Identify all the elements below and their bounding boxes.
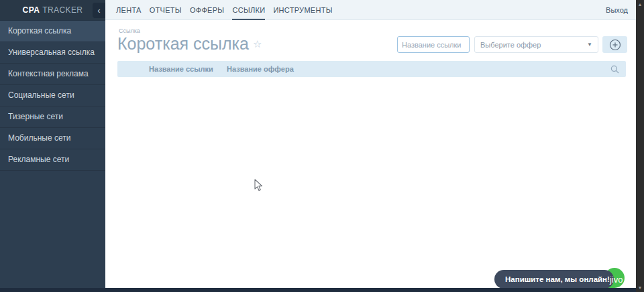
sidebar-header: CPATRACKER ‹ <box>0 0 105 21</box>
tab-offery[interactable]: ОФФЕРЫ <box>190 0 225 20</box>
chat-message: Напишите нам, мы онлайн! <box>505 275 610 283</box>
add-link-button[interactable] <box>602 36 627 53</box>
sidebar-item-teaser-networks[interactable]: Тизерные сети <box>0 106 105 128</box>
vertical-scrollbar[interactable]: ▲ ▼ <box>636 0 644 292</box>
chevron-left-icon: ‹ <box>97 5 100 15</box>
sidebar-item-ad-networks[interactable]: Рекламные сети <box>0 149 105 171</box>
plus-circle-icon <box>609 39 621 51</box>
offer-select-dropdown[interactable]: Выберите оффер ▼ <box>474 36 598 53</box>
sidebar-item-context-ads[interactable]: Контекстная реклама <box>0 64 105 85</box>
logo-text-cpa: CPA <box>23 5 40 15</box>
table-search-icon[interactable] <box>610 64 619 76</box>
page-title: Короткая ссылка☆ <box>117 34 262 54</box>
links-table-header: Название ссылки Название оффера <box>117 61 626 77</box>
page-title-text: Короткая ссылка <box>117 34 249 53</box>
sidebar-item-short-link[interactable]: Короткая ссылка <box>0 21 105 42</box>
sidebar-item-universal-link[interactable]: Универсальная ссылка <box>0 42 105 64</box>
scroll-down-arrow-icon[interactable]: ▼ <box>636 285 644 290</box>
tab-otchety[interactable]: ОТЧЕТЫ <box>150 0 182 20</box>
logout-link[interactable]: Выход <box>606 6 628 14</box>
breadcrumb: Ссылка <box>119 27 140 34</box>
column-header-link-name[interactable]: Название ссылки <box>149 61 213 77</box>
tab-lenta[interactable]: ЛЕНТА <box>116 0 142 20</box>
scroll-up-arrow-icon[interactable]: ▲ <box>636 2 644 7</box>
logo-text-tracker: TRACKER <box>42 5 83 15</box>
offer-select-value: Выберите оффер <box>480 41 541 49</box>
favorite-star-icon[interactable]: ☆ <box>253 38 262 50</box>
link-name-input[interactable] <box>397 36 470 53</box>
horizontal-scrollbar-track[interactable] <box>0 288 636 292</box>
chat-open-button[interactable]: Напишите нам, мы онлайн! jivo <box>494 270 614 289</box>
sidebar-item-social-networks[interactable]: Социальные сети <box>0 85 105 106</box>
top-navigation: ЛЕНТА ОТЧЕТЫ ОФФЕРЫ ССЫЛКИ ИНСТРУМЕНТЫ В… <box>105 0 636 20</box>
app-window: CPATRACKER ‹ Короткая ссылка Универсальн… <box>0 0 644 292</box>
chevron-down-icon: ▼ <box>587 42 592 48</box>
tab-instrumenty[interactable]: ИНСТРУМЕНТЫ <box>273 0 332 20</box>
column-header-offer-name[interactable]: Название оффера <box>227 61 294 77</box>
sidebar-item-mobile-networks[interactable]: Мобильные сети <box>0 128 105 149</box>
jivo-brand-logo: jivo <box>610 275 623 285</box>
main-content: Ссылка Короткая ссылка☆ Выберите оффер ▼… <box>105 20 636 288</box>
app-logo: CPATRACKER <box>23 5 83 15</box>
tab-ssylki[interactable]: ССЫЛКИ <box>232 0 265 20</box>
chat-widget: Напишите нам, мы онлайн! jivo <box>494 268 625 289</box>
sidebar-menu: Короткая ссылка Универсальная ссылка Кон… <box>0 21 105 171</box>
sidebar-collapse-button[interactable]: ‹ <box>93 3 105 18</box>
sidebar: CPATRACKER ‹ Короткая ссылка Универсальн… <box>0 0 105 288</box>
